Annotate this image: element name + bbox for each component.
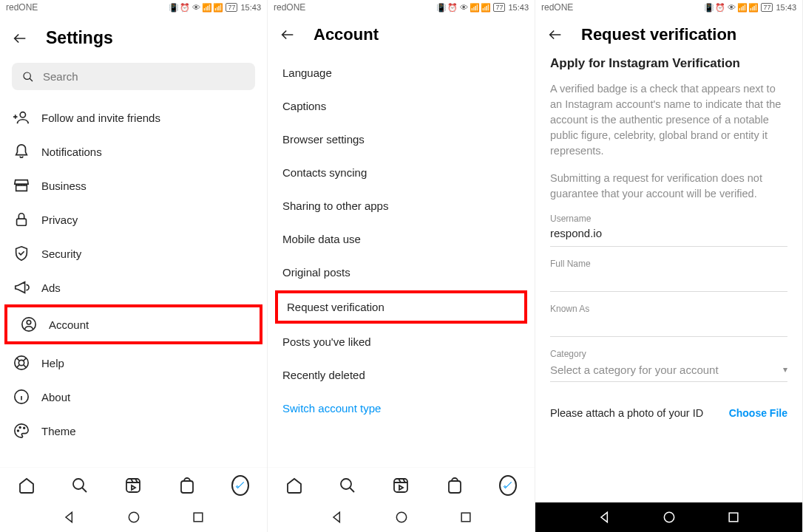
nav-back-icon[interactable] xyxy=(62,510,77,525)
svg-point-4 xyxy=(27,321,31,325)
eye-icon: 👁 xyxy=(192,3,200,12)
field-fullname[interactable]: Full Name xyxy=(550,259,787,292)
account-item-request-verification[interactable]: Request verification xyxy=(275,290,527,324)
account-item-original-posts[interactable]: Original posts xyxy=(268,256,535,289)
alarm-icon: ⏰ xyxy=(448,3,457,12)
bell-icon xyxy=(13,143,30,160)
clock-label: 15:43 xyxy=(776,3,796,12)
activity-icon[interactable] xyxy=(499,477,517,494)
add-person-icon xyxy=(13,109,30,126)
account-item-browser[interactable]: Browser settings xyxy=(268,123,535,156)
account-item-mobile-data[interactable]: Mobile data use xyxy=(268,222,535,256)
nav-recent-icon[interactable] xyxy=(458,510,473,525)
home-icon[interactable] xyxy=(18,477,35,494)
nav-back-icon[interactable] xyxy=(330,510,345,525)
battery-indicator: 77 xyxy=(226,3,237,12)
nav-recent-icon[interactable] xyxy=(191,510,206,525)
reels-icon[interactable] xyxy=(124,477,142,494)
settings-item-label: About xyxy=(41,391,70,403)
back-arrow-icon[interactable] xyxy=(547,27,563,43)
account-item-contacts[interactable]: Contacts syncing xyxy=(268,156,535,189)
nav-back-icon[interactable] xyxy=(597,510,612,525)
form-subtitle: Apply for Instagram Verification xyxy=(550,56,787,71)
account-item-sharing[interactable]: Sharing to other apps xyxy=(268,189,535,222)
account-item-switch-type[interactable]: Switch account type xyxy=(268,392,535,425)
palette-icon xyxy=(13,423,30,439)
svg-point-11 xyxy=(73,479,84,489)
nav-home-icon[interactable] xyxy=(662,510,677,525)
field-label: Full Name xyxy=(550,259,787,269)
back-arrow-icon[interactable] xyxy=(279,27,296,43)
reels-icon[interactable] xyxy=(392,477,410,494)
account-item-captions[interactable]: Captions xyxy=(268,89,535,123)
shop-icon[interactable] xyxy=(446,477,464,494)
verification-form: Apply for Instagram Verification A verif… xyxy=(535,50,802,502)
field-category[interactable]: Category Select a category for your acco… xyxy=(550,349,787,382)
shop-icon[interactable] xyxy=(178,477,196,494)
search-tab-icon[interactable] xyxy=(339,477,356,494)
attach-label: Please attach a photo of your ID xyxy=(550,407,703,419)
svg-rect-12 xyxy=(126,479,140,492)
settings-item-about[interactable]: About xyxy=(0,380,267,414)
clock-label: 15:43 xyxy=(240,3,261,12)
activity-icon[interactable] xyxy=(231,477,249,494)
settings-item-label: Privacy xyxy=(41,214,78,226)
svg-point-19 xyxy=(396,512,406,522)
search-tab-icon[interactable] xyxy=(71,477,89,494)
form-description-2: Submitting a request for verification do… xyxy=(550,171,787,202)
status-right: 📳 ⏰ 👁 📶 📶 77 15:43 xyxy=(169,3,261,12)
android-nav-bar xyxy=(535,502,802,532)
nav-home-icon[interactable] xyxy=(394,510,409,525)
field-knownas[interactable]: Known As xyxy=(550,304,787,337)
wifi-icon: 📶 xyxy=(203,3,211,12)
nav-recent-icon[interactable] xyxy=(726,510,741,525)
settings-item-follow-invite[interactable]: Follow and invite friends xyxy=(0,100,267,134)
account-item-posts-liked[interactable]: Posts you've liked xyxy=(268,325,535,358)
wifi-icon: 📶 xyxy=(470,3,479,12)
android-nav-bar xyxy=(268,502,535,532)
back-arrow-icon[interactable] xyxy=(12,30,28,47)
clock-label: 15:43 xyxy=(508,3,529,12)
status-bar: redONE 📳 ⏰ 👁 📶 📶 77 15:43 xyxy=(535,0,802,15)
person-circle-icon xyxy=(21,316,37,332)
info-icon xyxy=(13,389,30,405)
settings-list: Follow and invite friends Notifications … xyxy=(0,100,267,448)
field-value: respond.io xyxy=(550,227,787,242)
status-bar: redONE 📳 ⏰ 👁 📶 📶 77 15:43 xyxy=(268,0,535,15)
settings-item-theme[interactable]: Theme xyxy=(0,414,267,448)
nav-home-icon[interactable] xyxy=(126,510,141,525)
choose-file-button[interactable]: Choose File xyxy=(729,407,787,419)
form-description-1: A verified badge is a check that appears… xyxy=(550,81,787,159)
vibrate-icon: 📳 xyxy=(169,3,178,12)
settings-item-ads[interactable]: Ads xyxy=(0,270,267,304)
account-item-recently-deleted[interactable]: Recently deleted xyxy=(268,358,535,392)
settings-item-help[interactable]: Help xyxy=(0,346,267,380)
signal-icon: 📶 xyxy=(214,3,223,12)
field-label: Known As xyxy=(550,304,787,314)
search-icon xyxy=(22,71,34,83)
verification-panel: redONE 📳 ⏰ 👁 📶 📶 77 15:43 Request verifi… xyxy=(535,0,803,532)
search-bar[interactable] xyxy=(12,63,255,90)
home-icon[interactable] xyxy=(285,477,303,494)
svg-rect-17 xyxy=(394,479,407,492)
field-value xyxy=(550,317,787,332)
settings-item-security[interactable]: Security xyxy=(0,236,267,270)
alarm-icon: ⏰ xyxy=(716,3,725,12)
settings-item-label: Account xyxy=(49,318,89,331)
storefront-icon xyxy=(13,177,30,194)
settings-item-notifications[interactable]: Notifications xyxy=(0,134,267,168)
account-item-language[interactable]: Language xyxy=(268,56,535,89)
field-username[interactable]: Username respond.io xyxy=(550,214,787,247)
android-nav-bar xyxy=(0,502,267,532)
page-title: Account xyxy=(314,25,379,44)
svg-rect-2 xyxy=(17,219,27,225)
settings-item-business[interactable]: Business xyxy=(0,168,267,202)
signal-icon: 📶 xyxy=(749,3,758,12)
svg-point-9 xyxy=(19,427,21,429)
field-label: Username xyxy=(550,214,787,224)
search-input[interactable] xyxy=(43,70,245,83)
account-panel: redONE 📳 ⏰ 👁 📶 📶 77 15:43 Account Langua… xyxy=(268,0,535,532)
settings-item-privacy[interactable]: Privacy xyxy=(0,202,267,236)
status-right: 📳 ⏰ 👁 📶 📶 77 15:43 xyxy=(437,3,529,12)
settings-item-account[interactable]: Account xyxy=(7,307,260,341)
